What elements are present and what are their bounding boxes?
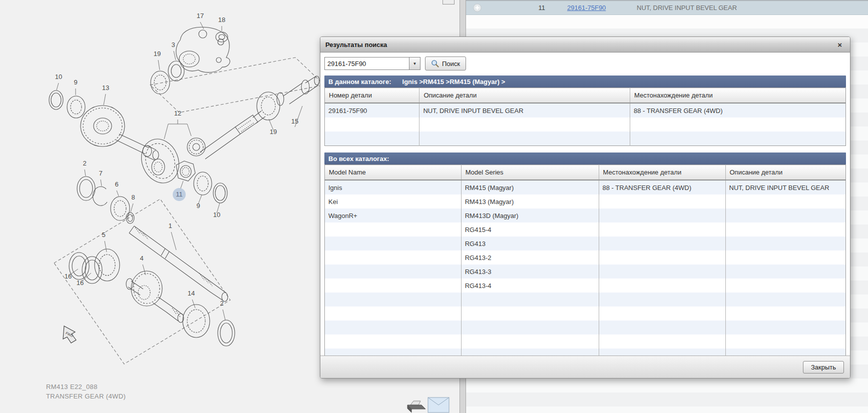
part-callout: 10 [55, 73, 62, 80]
expand-plus-icon[interactable] [473, 4, 482, 12]
result-cell [599, 348, 725, 356]
result-cell [325, 278, 462, 292]
column-header[interactable]: Model Series [461, 165, 599, 180]
result-cell [725, 194, 846, 208]
column-header[interactable]: Местонахождение детали [630, 88, 846, 104]
empty-row [325, 132, 846, 146]
empty-row [325, 118, 846, 132]
result-row[interactable]: 29161-75F90NUT, DRIVE INPUT BEVEL GEAR88… [325, 103, 846, 118]
result-cell [725, 236, 846, 250]
result-cell [325, 348, 462, 356]
result-cell [325, 292, 462, 306]
result-cell [725, 292, 846, 306]
all-catalogs-header: Во всех каталогах: [324, 152, 846, 164]
row-index: 11 [530, 4, 545, 12]
part-callout: 8 [131, 194, 135, 201]
part-callout: 18 [218, 16, 225, 24]
column-header[interactable]: Описание детали [419, 88, 630, 104]
parts-table-selected-row[interactable]: 11 29161-75F90 NUT, DRIVE INPUT BEVEL GE… [466, 1, 868, 15]
result-cell [599, 208, 725, 222]
part-callout: 2 [83, 160, 86, 167]
column-header[interactable]: Model Name [325, 165, 462, 180]
result-cell [419, 118, 630, 132]
combobox-dropdown-button[interactable]: ▼ [409, 57, 420, 70]
result-cell [325, 222, 462, 236]
result-cell [325, 334, 462, 348]
result-cell [325, 250, 462, 264]
result-cell [599, 264, 725, 278]
result-cell [325, 132, 419, 146]
result-cell: RG413-2 [461, 250, 599, 264]
dialog-footer: Закрыть [320, 356, 850, 378]
result-cell: RG415-4 [461, 222, 599, 236]
chevron-down-icon: ▼ [413, 62, 417, 66]
dialog-titlebar[interactable]: Результаты поиска × [320, 37, 850, 52]
result-row[interactable]: RG413-4 [325, 278, 846, 292]
result-cell [725, 250, 846, 264]
part-callout: 3 [171, 41, 175, 48]
result-row[interactable]: RG413 [325, 236, 846, 250]
part-callout: 19 [154, 50, 161, 58]
result-row[interactable]: WagonR+RM413D (Magyar) [325, 208, 846, 222]
result-cell [461, 348, 599, 356]
all-catalogs-table-wrap: Model NameModel SeriesМестонахождение де… [324, 164, 846, 356]
result-cell: 29161-75F90 [325, 103, 419, 118]
result-cell: 88 - TRANSFER GEAR (4WD) [630, 103, 846, 118]
empty-row [325, 320, 846, 334]
current-catalog-table: Номер деталиОписание деталиМестонахожден… [324, 88, 846, 146]
part-callout-highlighted[interactable]: 11 [176, 190, 183, 198]
part-callout: 2 [220, 300, 223, 307]
mail-icon[interactable] [427, 397, 450, 413]
result-cell [419, 132, 630, 146]
result-cell [599, 334, 725, 348]
part-callout: 4 [140, 254, 143, 262]
part-number-link[interactable]: 29161-75F90 [567, 4, 606, 12]
result-row[interactable]: IgnisRM415 (Magyar)88 - TRANSFER GEAR (4… [325, 180, 846, 194]
result-row[interactable]: RG413-2 [325, 250, 846, 264]
empty-row [325, 292, 846, 306]
result-cell: RG413 [461, 236, 599, 250]
dialog-title: Результаты поиска [325, 41, 834, 48]
part-callout: 15 [291, 118, 298, 125]
search-icon [431, 60, 439, 68]
result-cell [599, 222, 725, 236]
empty-row [325, 348, 846, 356]
part-callout: 9 [196, 202, 200, 210]
current-catalog-label: В данном каталоге: [328, 78, 391, 86]
part-callout: 16 [77, 279, 84, 286]
result-cell [599, 320, 725, 334]
result-cell [325, 306, 462, 320]
dialog-body: ▼ Поиск В данном каталоге: Ignis >RM415 … [320, 52, 850, 356]
part-callout: 5 [102, 231, 105, 238]
panel-scroll-button[interactable] [443, 0, 455, 4]
result-cell [725, 348, 846, 356]
result-row[interactable]: RG413-3 [325, 264, 846, 278]
parts-table-empty-row [466, 15, 868, 28]
result-cell [725, 278, 846, 292]
result-cell [461, 292, 599, 306]
result-cell [325, 236, 462, 250]
search-input[interactable] [324, 57, 409, 70]
result-row[interactable]: KeiRM413 (Magyar) [325, 194, 846, 208]
current-catalog-header: В данном каталоге: Ignis >RM415 >RM415 (… [324, 76, 846, 88]
result-cell [630, 132, 846, 146]
part-callout: 1 [168, 222, 172, 230]
result-row[interactable]: RG415-4 [325, 222, 846, 236]
search-combobox: ▼ [324, 57, 420, 70]
result-cell [725, 264, 846, 278]
search-button[interactable]: Поиск [425, 56, 466, 70]
close-button[interactable]: Закрыть [803, 361, 844, 374]
result-cell: Ignis [325, 180, 462, 194]
result-cell [325, 264, 462, 278]
column-header[interactable]: Местонахождение детали [599, 165, 725, 180]
result-cell [461, 334, 599, 348]
close-icon[interactable]: × [834, 41, 845, 48]
column-header[interactable]: Описание детали [725, 165, 846, 180]
result-cell [599, 278, 725, 292]
print-icon[interactable] [405, 400, 426, 413]
breadcrumb[interactable]: Ignis >RM415 >RM415 (Magyar) > [402, 78, 506, 86]
search-row: ▼ Поиск [324, 56, 846, 70]
drawing-code: RM413 E22_088 [46, 383, 98, 390]
result-cell: NUT, DRIVE INPUT BEVEL GEAR [725, 180, 846, 194]
column-header[interactable]: Номер детали [325, 88, 419, 104]
